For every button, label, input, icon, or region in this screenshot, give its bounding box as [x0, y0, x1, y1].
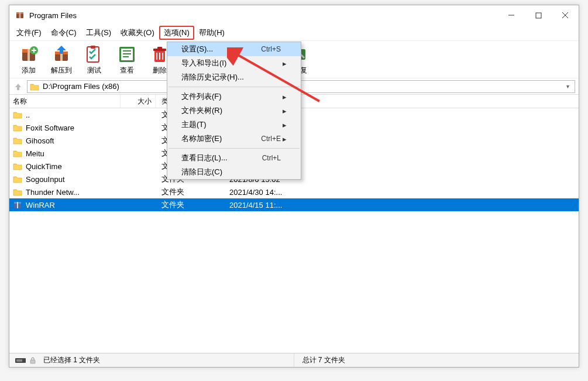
archive-icon	[13, 201, 22, 209]
status-lock-icon	[29, 357, 40, 364]
svg-rect-14	[87, 47, 99, 62]
file-name: Meitu	[26, 149, 44, 158]
dropdown-item-shortcut: Ctrl+E	[261, 135, 281, 143]
svg-rect-4	[536, 13, 541, 18]
status-drive-icon	[15, 357, 26, 364]
toolbar-extract-label: 解压到	[51, 66, 72, 75]
file-row[interactable]: WinRAR文件夹2021/4/15 11:...	[9, 198, 579, 211]
dropdown-item-label: 查看日志(L)...	[181, 153, 262, 163]
status-right: 总计 7 文件夹	[294, 353, 579, 367]
file-date: 2021/4/30 14:...	[226, 188, 308, 197]
toolbar-view-label: 查看	[120, 66, 134, 75]
file-name: QuickTime	[26, 162, 62, 171]
file-date: 2021/4/15 11:...	[226, 201, 308, 210]
folder-icon	[13, 175, 22, 183]
close-button[interactable]	[552, 5, 579, 25]
toolbar-test-button[interactable]: 测试	[78, 42, 110, 78]
toolbar-delete-label: 删除	[153, 66, 167, 75]
submenu-arrow-icon: ▸	[281, 121, 287, 129]
col-header-size[interactable]: 大小	[121, 95, 156, 108]
file-row[interactable]: Thunder Netw...文件夹2021/4/30 14:...	[9, 186, 579, 198]
submenu-arrow-icon: ▸	[281, 107, 287, 115]
menu-h[interactable]: 帮助(H)	[194, 26, 229, 40]
folder-icon	[13, 149, 22, 157]
dropdown-item[interactable]: 名称加密(E)Ctrl+E▸	[167, 132, 301, 146]
dropdown-item-label: 文件夹树(R)	[181, 105, 281, 116]
window-title: Program Files	[29, 11, 77, 20]
dropdown-item-label: 设置(S)...	[181, 44, 261, 54]
add-icon	[18, 43, 40, 66]
extract-icon	[50, 43, 73, 66]
file-name: WinRAR	[26, 201, 55, 210]
folder-icon	[13, 123, 22, 132]
file-name: Thunder Netw...	[26, 188, 80, 197]
folder-icon	[13, 136, 22, 145]
dropdown-item[interactable]: 清除历史记录(H)...	[167, 70, 301, 84]
svg-rect-15	[91, 46, 95, 49]
dropdown-item-label: 清除历史记录(H)...	[181, 72, 281, 83]
status-left-text: 已经选择 1 文件夹	[43, 355, 100, 365]
maximize-button[interactable]	[525, 5, 552, 25]
status-right-text: 总计 7 文件夹	[302, 355, 345, 365]
col-header-name[interactable]: 名称	[9, 95, 121, 108]
toolbar-add-button[interactable]: 添加	[13, 42, 44, 78]
titlebar: Program Files	[9, 5, 579, 25]
dropdown-item-label: 主题(T)	[181, 119, 281, 130]
svg-rect-2	[19, 12, 21, 18]
address-dropdown-icon[interactable]: ▾	[563, 83, 572, 90]
dropdown-item[interactable]: 主题(T)▸	[167, 118, 301, 132]
dropdown-item-label: 名称加密(E)	[181, 133, 261, 144]
file-type: 文件夹	[156, 200, 226, 210]
dropdown-item-shortcut: Ctrl+L	[262, 154, 281, 162]
svg-rect-38	[30, 360, 35, 363]
status-left: 已经选择 1 文件夹	[9, 353, 294, 367]
file-name: Foxit Software	[26, 123, 74, 132]
view-icon	[116, 43, 138, 66]
toolbar-add-label: 添加	[22, 66, 36, 75]
app-icon	[15, 11, 25, 20]
toolbar-test-label: 测试	[87, 66, 101, 75]
menu-s[interactable]: 工具(S)	[81, 26, 116, 40]
file-type: 文件夹	[156, 187, 226, 197]
submenu-arrow-icon: ▸	[281, 92, 287, 101]
test-icon	[83, 43, 105, 66]
folder-icon	[13, 162, 22, 170]
dropdown-item[interactable]: 设置(S)...Ctrl+S	[167, 42, 301, 56]
address-up-icon[interactable]	[13, 81, 23, 92]
file-name: Gihosoft	[26, 136, 54, 145]
submenu-arrow-icon: ▸	[281, 59, 287, 68]
menubar: 文件(F)命令(C)工具(S)收藏夹(O)选项(N)帮助(H)	[9, 25, 579, 40]
dropdown-item-label: 导入和导出(I)	[181, 58, 281, 68]
dropdown-separator	[169, 148, 300, 149]
submenu-arrow-icon: ▸	[281, 135, 287, 143]
folder-icon	[13, 111, 22, 119]
dropdown-item[interactable]: 清除日志(C)	[167, 165, 301, 179]
file-name: SogouInput	[26, 175, 65, 184]
dropdown-item[interactable]: 文件夹树(R)▸	[167, 104, 301, 118]
menu-f[interactable]: 文件(F)	[12, 26, 46, 40]
options-dropdown: 设置(S)...Ctrl+S导入和导出(I)▸清除历史记录(H)...文件列表(…	[167, 42, 301, 180]
statusbar: 已经选择 1 文件夹 总计 7 文件夹	[9, 353, 579, 367]
svg-rect-37	[16, 359, 22, 362]
folder-icon	[13, 188, 22, 196]
dropdown-item-shortcut: Ctrl+S	[261, 45, 281, 53]
dropdown-item[interactable]: 导入和导出(I)▸	[167, 56, 301, 70]
folder-icon	[30, 83, 39, 91]
dropdown-item[interactable]: 文件列表(F)▸	[167, 90, 301, 104]
svg-rect-23	[157, 47, 162, 49]
menu-c[interactable]: 命令(C)	[46, 26, 81, 40]
minimize-button[interactable]	[498, 5, 525, 25]
dropdown-item-label: 文件列表(F)	[181, 91, 281, 102]
dropdown-separator	[169, 87, 300, 87]
toolbar-extract-button[interactable]: 解压到	[46, 42, 77, 78]
winrar-window: Program Files 文件(F)命令(C)工具(S)收藏夹(O)选项(N)…	[9, 5, 579, 368]
file-name: ..	[26, 111, 30, 119]
menu-o[interactable]: 收藏夹(O)	[116, 26, 159, 40]
menu-n[interactable]: 选项(N)	[159, 26, 194, 40]
dropdown-item[interactable]: 查看日志(L)...Ctrl+L	[167, 151, 301, 165]
dropdown-item-label: 清除日志(C)	[181, 167, 281, 177]
toolbar-view-button[interactable]: 查看	[111, 42, 143, 78]
svg-rect-9	[27, 49, 30, 61]
svg-rect-35	[17, 202, 18, 208]
